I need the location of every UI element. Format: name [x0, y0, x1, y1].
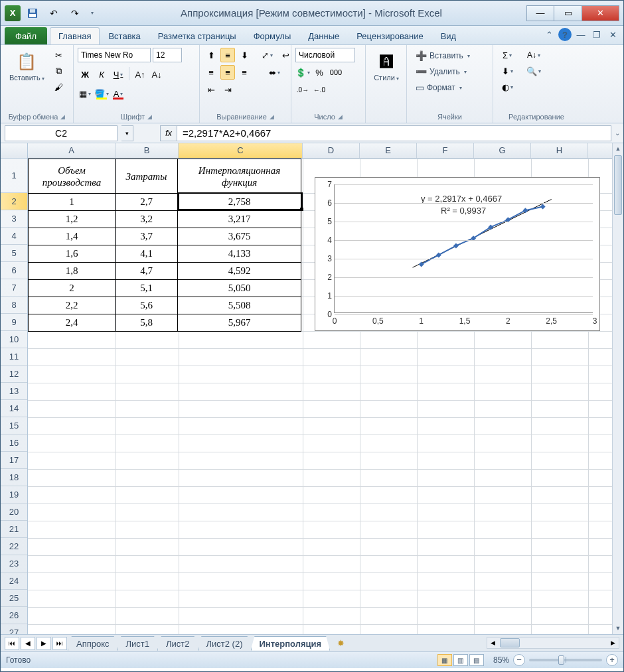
expand-formula-bar-icon[interactable]: ⌄	[611, 125, 623, 141]
workbook-close-icon[interactable]: ✕	[606, 28, 619, 41]
data-cell[interactable]: 3,675	[178, 228, 301, 245]
data-cell[interactable]: 3,7	[116, 228, 178, 245]
tab-nav-last-icon[interactable]: ⏭	[52, 637, 67, 650]
clear-icon[interactable]: ◐	[497, 80, 517, 94]
column-header[interactable]: D	[303, 143, 360, 158]
data-cell[interactable]: 4,133	[178, 245, 301, 263]
horizontal-scrollbar[interactable]: ◀ ▶	[487, 637, 619, 649]
row-header[interactable]: 2	[1, 193, 27, 210]
insert-function-icon[interactable]: fx	[160, 125, 177, 141]
alignment-dialog-icon[interactable]: ◢	[270, 113, 274, 120]
row-header[interactable]: 1	[1, 159, 27, 193]
name-box[interactable]: C2	[5, 125, 117, 141]
table-header-cell[interactable]: Объемпроизводства	[29, 159, 116, 194]
column-header[interactable]: B	[116, 143, 179, 158]
tab-home[interactable]: Главная	[50, 27, 100, 44]
row-header[interactable]: 27	[1, 624, 27, 634]
vertical-scroll-thumb[interactable]	[614, 155, 622, 215]
page-layout-view-icon[interactable]: ▥	[453, 654, 468, 666]
italic-button[interactable]: К	[94, 67, 109, 82]
workbook-minimize-icon[interactable]: —	[574, 28, 587, 41]
font-name-select[interactable]	[78, 48, 151, 62]
data-cell[interactable]: 5,967	[178, 314, 301, 332]
column-header[interactable]: E	[360, 143, 417, 158]
align-middle-icon[interactable]: ≡	[220, 48, 235, 62]
column-header[interactable]: H	[531, 143, 588, 158]
data-cell[interactable]: 2,7	[116, 194, 178, 211]
data-cell[interactable]: 1,2	[29, 211, 116, 228]
increase-indent-icon[interactable]: ⇥	[220, 82, 235, 97]
scroll-right-icon[interactable]: ▶	[607, 638, 619, 648]
sheet-tab[interactable]: Интерполяция	[251, 636, 331, 651]
tab-formulas[interactable]: Формулы	[245, 27, 300, 44]
font-size-select[interactable]	[153, 48, 182, 62]
table-header-cell[interactable]: Затраты	[116, 159, 178, 194]
borders-icon[interactable]: ▦	[78, 86, 92, 101]
data-cell[interactable]: 5,508	[178, 297, 301, 314]
row-header[interactable]: 22	[1, 538, 27, 555]
row-header[interactable]: 11	[1, 348, 27, 366]
data-cell[interactable]: 1	[29, 194, 116, 211]
embedded-chart[interactable]: y = 2,2917x + 0,4667 R² = 0,9937 0123456…	[315, 177, 600, 331]
tab-page-layout[interactable]: Разметка страницы	[149, 27, 245, 44]
tab-data[interactable]: Данные	[299, 27, 348, 44]
row-header[interactable]: 20	[1, 504, 27, 521]
data-cell[interactable]: 2,2	[29, 297, 116, 314]
align-center-icon[interactable]: ≡	[220, 65, 235, 80]
row-header[interactable]: 3	[1, 210, 27, 228]
copy-icon[interactable]: ⧉	[52, 64, 66, 78]
redo-icon[interactable]: ↷	[66, 4, 84, 23]
undo-icon[interactable]: ↶	[44, 4, 63, 23]
find-select-icon[interactable]: 🔍	[524, 64, 544, 78]
row-header[interactable]: 14	[1, 400, 27, 417]
insert-cells-button[interactable]: ➕Вставить	[411, 48, 475, 64]
app-icon[interactable]: X	[5, 5, 21, 21]
align-left-icon[interactable]: ≡	[204, 65, 218, 80]
column-header[interactable]: A	[28, 143, 116, 158]
row-header[interactable]: 17	[1, 452, 27, 469]
decrease-decimal-icon[interactable]: ←.0	[312, 82, 327, 97]
format-painter-icon[interactable]: 🖌	[52, 80, 66, 94]
data-cell[interactable]: 2,4	[29, 314, 116, 332]
paste-button[interactable]: 📋 Вставить	[5, 48, 49, 86]
table-header-cell[interactable]: Интерполяционнаяфункция	[178, 159, 301, 194]
font-dialog-icon[interactable]: ◢	[147, 113, 152, 120]
tab-nav-next-icon[interactable]: ▶	[37, 637, 51, 650]
bold-button[interactable]: Ж	[78, 67, 92, 82]
increase-decimal-icon[interactable]: .0→	[295, 82, 310, 97]
help-icon[interactable]: ?	[558, 28, 572, 41]
data-cell[interactable]: 4,7	[116, 263, 178, 280]
data-cell[interactable]: 5,8	[116, 314, 178, 332]
orientation-icon[interactable]: ⤢	[260, 48, 274, 62]
sort-filter-icon[interactable]: A↓	[524, 48, 544, 62]
row-header[interactable]: 4	[1, 228, 27, 245]
cut-icon[interactable]: ✂	[52, 48, 66, 62]
tab-insert[interactable]: Вставка	[100, 27, 149, 44]
column-header[interactable]: C	[179, 143, 303, 158]
save-icon[interactable]	[23, 4, 42, 23]
data-cell[interactable]: 4,1	[116, 245, 178, 263]
row-header[interactable]: 23	[1, 555, 27, 572]
grow-font-icon[interactable]: A↑	[133, 67, 147, 82]
autosum-icon[interactable]: Σ	[497, 48, 517, 62]
minimize-ribbon-icon[interactable]: ⌃	[542, 28, 556, 41]
column-header[interactable]: F	[417, 143, 474, 158]
align-right-icon[interactable]: ≡	[237, 65, 252, 80]
data-cell[interactable]: 2	[29, 280, 116, 297]
close-button[interactable]: ✕	[582, 5, 619, 21]
row-header[interactable]: 13	[1, 383, 27, 400]
data-cell[interactable]: 1,8	[29, 263, 116, 280]
horizontal-scroll-thumb[interactable]	[500, 638, 520, 647]
sheet-tab[interactable]: Лист2	[157, 636, 198, 651]
vertical-scrollbar[interactable]: ▲ ▼	[612, 143, 623, 634]
align-top-icon[interactable]: ⬆	[204, 48, 218, 62]
row-header[interactable]: 5	[1, 245, 27, 262]
row-header[interactable]: 6	[1, 262, 27, 279]
zoom-in-icon[interactable]: +	[606, 654, 618, 666]
sheet-tab[interactable]: Аппрокс	[68, 636, 118, 651]
number-dialog-icon[interactable]: ◢	[338, 113, 343, 120]
accounting-format-icon[interactable]: 💲	[295, 65, 310, 80]
column-header[interactable]: G	[474, 143, 531, 158]
fill-icon[interactable]: ⬇	[497, 64, 517, 78]
comma-format-icon[interactable]: 000	[329, 65, 343, 80]
